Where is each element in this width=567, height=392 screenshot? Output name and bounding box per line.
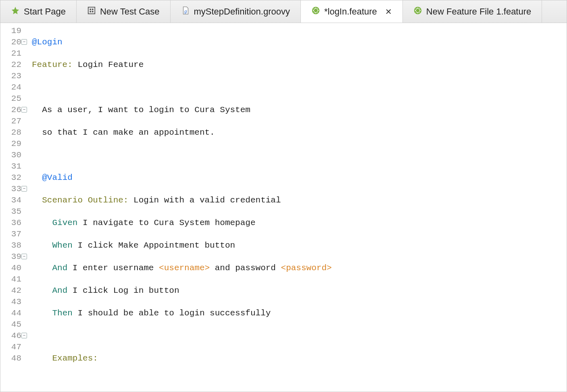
- line-number: 35: [11, 207, 21, 216]
- svg-point-16: [417, 8, 418, 9]
- tab-new-feature-file[interactable]: New Feature File 1.feature: [403, 0, 542, 23]
- test-case-icon: [87, 6, 96, 17]
- gherkin-tag: @Valid: [42, 173, 73, 182]
- code-editor[interactable]: 19 20− 21 22 23 24 25 26− 27 28 29 30 31…: [0, 23, 567, 392]
- line-number: 46: [11, 331, 21, 340]
- tab-label: *logIn.feature: [324, 6, 377, 17]
- line-number: 23: [11, 71, 21, 81]
- gherkin-keyword: Feature:: [32, 60, 73, 69]
- svg-point-17: [417, 12, 418, 13]
- line-number: 30: [11, 150, 21, 160]
- gherkin-param: <username>: [159, 263, 210, 273]
- line-number: 27: [11, 117, 21, 126]
- fold-toggle[interactable]: −: [21, 186, 27, 192]
- step-text: I enter username: [73, 263, 159, 273]
- svg-point-22: [416, 11, 417, 13]
- step-text: I should be able to login successfully: [77, 309, 271, 318]
- line-number: 39: [11, 252, 21, 261]
- line-number: 20: [11, 38, 21, 47]
- line-number: 28: [11, 128, 21, 137]
- line-number: 21: [11, 49, 21, 58]
- feature-description: As a user, I want to login to Cura Syste…: [42, 105, 250, 115]
- line-number: 31: [11, 162, 21, 171]
- line-number: 42: [11, 286, 21, 295]
- svg-point-13: [314, 11, 315, 13]
- svg-point-7: [315, 8, 316, 9]
- line-number: 24: [11, 83, 21, 92]
- line-number: 43: [11, 297, 21, 307]
- gherkin-step: When: [52, 241, 72, 250]
- step-text: and password: [210, 263, 281, 273]
- line-number: 22: [11, 60, 21, 69]
- line-number: 32: [11, 173, 21, 182]
- line-number: 40: [11, 263, 21, 273]
- svg-rect-1: [90, 8, 91, 10]
- svg-rect-2: [90, 10, 91, 12]
- line-number: 26: [11, 105, 21, 115]
- line-number: 44: [11, 309, 21, 318]
- svg-point-14: [317, 11, 318, 13]
- line-number-gutter: 19 20− 21 22 23 24 25 26− 27 28 29 30 31…: [0, 25, 29, 392]
- cucumber-icon: [413, 6, 422, 17]
- svg-point-21: [419, 8, 420, 10]
- gherkin-step: And: [52, 263, 67, 273]
- line-number: 19: [11, 26, 21, 35]
- svg-point-8: [315, 12, 316, 13]
- svg-point-20: [416, 8, 417, 10]
- tab-new-test-case[interactable]: New Test Case: [77, 0, 171, 23]
- tab-login-feature[interactable]: *logIn.feature ✕: [301, 0, 403, 23]
- line-number: 34: [11, 196, 21, 205]
- svg-point-12: [317, 8, 318, 10]
- line-number: 38: [11, 241, 21, 250]
- svg-point-10: [317, 10, 319, 11]
- tab-step-definition[interactable]: g myStepDefinition.groovy: [171, 0, 301, 23]
- feature-title: Login Feature: [77, 60, 144, 69]
- svg-rect-3: [92, 8, 94, 10]
- feature-description: so that I can make an appointment.: [42, 128, 215, 137]
- svg-rect-4: [92, 10, 94, 12]
- line-number: 48: [11, 354, 21, 363]
- close-icon[interactable]: ✕: [385, 7, 392, 17]
- line-number: 41: [11, 275, 21, 284]
- svg-point-19: [419, 10, 421, 11]
- step-text: I navigate to Cura System homepage: [83, 218, 255, 227]
- editor-tabbar: Start Page New Test Case g myStepDefinit…: [0, 0, 567, 23]
- line-number: 25: [11, 94, 21, 103]
- svg-rect-0: [88, 7, 95, 14]
- line-number: 45: [11, 320, 21, 329]
- tab-label: Start Page: [24, 6, 66, 17]
- line-number: 37: [11, 229, 21, 239]
- gherkin-step: And: [52, 286, 67, 295]
- svg-point-18: [415, 10, 416, 11]
- gherkin-step: Then: [52, 309, 72, 318]
- line-number: 47: [11, 342, 21, 352]
- svg-point-9: [313, 10, 314, 11]
- svg-point-11: [314, 8, 315, 10]
- line-number: 29: [11, 139, 21, 148]
- scenario-title: Login with a valid credential: [133, 196, 281, 205]
- tab-start-page[interactable]: Start Page: [0, 0, 77, 23]
- tab-label: myStepDefinition.groovy: [194, 6, 290, 17]
- svg-text:g: g: [184, 8, 187, 13]
- tab-label: New Feature File 1.feature: [426, 6, 531, 17]
- gherkin-keyword: Scenario Outline:: [42, 196, 128, 205]
- svg-point-23: [419, 11, 420, 13]
- star-icon: [11, 6, 20, 17]
- gherkin-step: Given: [52, 218, 77, 227]
- line-number: 33: [11, 184, 21, 194]
- step-text: I click Log in button: [73, 286, 179, 295]
- gherkin-tag: @Login: [32, 38, 63, 47]
- fold-toggle[interactable]: −: [21, 333, 27, 338]
- code-content[interactable]: @Login Feature: Login Feature As a user,…: [29, 25, 567, 392]
- tab-label: New Test Case: [100, 6, 160, 17]
- groovy-file-icon: g: [181, 6, 190, 17]
- fold-toggle[interactable]: −: [21, 107, 27, 113]
- gherkin-param: <password>: [281, 263, 332, 273]
- step-text: I click Make Appointment button: [77, 241, 235, 250]
- fold-toggle[interactable]: −: [21, 39, 27, 45]
- gherkin-keyword: Examples:: [52, 354, 98, 363]
- fold-toggle[interactable]: −: [21, 254, 27, 259]
- cucumber-icon: [311, 6, 320, 17]
- app-window: Start Page New Test Case g myStepDefinit…: [0, 0, 567, 392]
- line-number: 36: [11, 218, 21, 227]
